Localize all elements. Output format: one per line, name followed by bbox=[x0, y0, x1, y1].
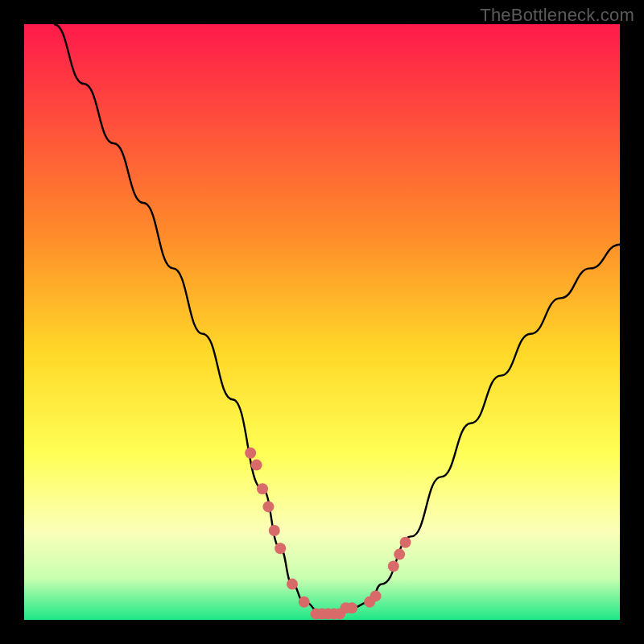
bottleneck-curve bbox=[54, 24, 620, 614]
highlight-dot bbox=[299, 597, 310, 608]
highlight-dot bbox=[388, 560, 399, 572]
highlight-dot bbox=[400, 537, 411, 548]
highlight-dot bbox=[275, 543, 286, 554]
highlight-dot bbox=[257, 483, 268, 494]
highlight-dots bbox=[245, 448, 411, 620]
highlight-dot bbox=[245, 448, 256, 459]
highlight-dot bbox=[269, 525, 280, 536]
watermark-text: TheBottleneck.com bbox=[480, 5, 634, 26]
highlight-dot bbox=[394, 549, 405, 560]
highlight-dot bbox=[370, 590, 382, 601]
highlight-dot bbox=[346, 602, 357, 613]
highlight-dot bbox=[262, 501, 274, 512]
chart-frame: TheBottleneck.com bbox=[0, 0, 644, 644]
highlight-dot bbox=[287, 579, 298, 590]
plot-layer bbox=[24, 24, 620, 620]
highlight-dot bbox=[251, 460, 262, 471]
